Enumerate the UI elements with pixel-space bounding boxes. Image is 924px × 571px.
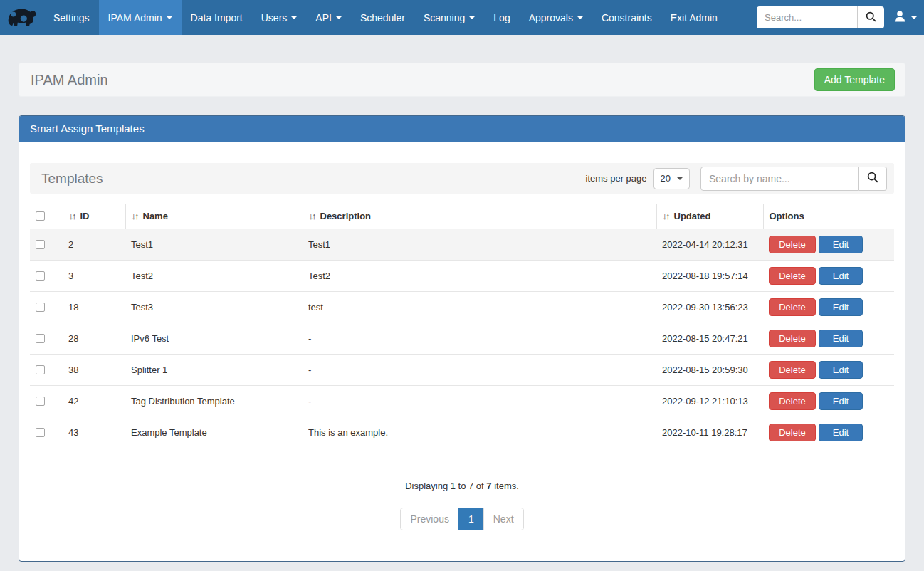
nav-item-label: Users — [261, 12, 288, 23]
nav-item-api[interactable]: API — [306, 0, 351, 35]
navbar-right — [757, 0, 924, 35]
global-search-input[interactable] — [757, 6, 858, 28]
templates-toolbar: Templates items per page 20 — [30, 163, 894, 194]
provision-logo[interactable] — [0, 0, 44, 35]
table-row: 43Example TemplateThis is an example.202… — [30, 417, 894, 449]
row-checkbox[interactable] — [36, 397, 45, 406]
results-summary: Displaying 1 to 7 of 7 items. — [30, 481, 894, 491]
previous-page-button[interactable]: Previous — [400, 508, 458, 530]
page-1-button[interactable]: 1 — [458, 508, 484, 530]
edit-button[interactable]: Edit — [819, 330, 863, 347]
delete-button[interactable]: Delete — [769, 298, 816, 316]
header-cell-description[interactable]: ↓↑Description — [303, 204, 656, 229]
row-checkbox[interactable] — [36, 240, 45, 249]
panel-header: Smart Assign Templates — [19, 116, 905, 142]
header-cell-name[interactable]: ↓↑Name — [125, 204, 303, 229]
delete-button[interactable]: Delete — [769, 392, 816, 410]
search-by-name-input[interactable] — [700, 167, 859, 191]
user-menu[interactable] — [893, 9, 917, 26]
nav-item-approvals[interactable]: Approvals — [520, 0, 592, 35]
sort-icon[interactable]: ↓↑ — [309, 211, 315, 221]
table-search-button[interactable] — [859, 167, 887, 191]
sort-icon[interactable]: ↓↑ — [69, 211, 75, 221]
cell-id: 42 — [63, 386, 125, 417]
pagination: Previous 1 Next — [30, 508, 894, 530]
nav-item-scheduler[interactable]: Scheduler — [351, 0, 414, 35]
table-header-row: ↓↑ID↓↑Name↓↑Description↓↑UpdatedOptions — [30, 204, 894, 229]
summary-text: items. — [492, 481, 519, 491]
add-template-button[interactable]: Add Template — [814, 68, 895, 91]
header-cell-id[interactable]: ↓↑ID — [63, 204, 125, 229]
delete-button[interactable]: Delete — [769, 330, 816, 347]
cell-updated: 2022-09-12 21:10:13 — [656, 386, 763, 417]
delete-button[interactable]: Delete — [769, 424, 816, 441]
table-row: 28IPv6 Test-2022-08-15 20:47:21DeleteEdi… — [30, 323, 894, 355]
nav-item-label: Scheduler — [360, 12, 405, 23]
delete-button[interactable]: Delete — [769, 236, 816, 253]
nav-item-data-import[interactable]: Data Import — [182, 0, 252, 35]
items-per-page-value: 20 — [661, 173, 671, 184]
cell-options: DeleteEdit — [763, 417, 894, 449]
nav-item-label: Approvals — [529, 12, 573, 23]
table-row: 2Test1Test12022-04-14 20:12:31DeleteEdit — [30, 229, 894, 261]
header-cell-select — [30, 204, 63, 229]
smart-assign-panel: Smart Assign Templates Templates items p… — [19, 115, 905, 562]
delete-button[interactable]: Delete — [769, 361, 816, 379]
edit-button[interactable]: Edit — [819, 392, 863, 410]
top-navbar: SettingsIPAM AdminData ImportUsersAPISch… — [0, 0, 924, 35]
edit-button[interactable]: Edit — [819, 361, 863, 379]
nav-item-ipam-admin[interactable]: IPAM Admin — [99, 0, 182, 35]
cell-options: DeleteEdit — [763, 229, 894, 261]
row-checkbox[interactable] — [36, 428, 45, 437]
edit-button[interactable]: Edit — [819, 267, 863, 285]
nav-item-constraints[interactable]: Constraints — [592, 0, 661, 35]
nav-item-label: API — [315, 12, 332, 23]
header-label-description: Description — [320, 211, 372, 221]
header-cell-updated[interactable]: ↓↑Updated — [656, 204, 763, 229]
select-all-checkbox[interactable] — [36, 211, 45, 221]
row-checkbox[interactable] — [36, 303, 45, 312]
cell-select — [30, 292, 63, 323]
row-checkbox[interactable] — [36, 334, 45, 343]
global-search-group — [757, 6, 884, 28]
next-page-button[interactable]: Next — [483, 508, 524, 530]
table-row: 42Tag Distribution Template-2022-09-12 2… — [30, 386, 894, 417]
cell-id: 18 — [63, 292, 125, 323]
cell-updated: 2022-10-11 19:28:17 — [656, 417, 763, 449]
sort-icon[interactable]: ↓↑ — [663, 211, 669, 221]
cell-name: IPv6 Test — [125, 323, 303, 355]
global-search-button[interactable] — [858, 6, 884, 28]
nav-item-exit-admin[interactable]: Exit Admin — [661, 0, 727, 35]
row-checkbox[interactable] — [36, 365, 45, 374]
sort-icon[interactable]: ↓↑ — [132, 211, 138, 221]
nav-item-label: Constraints — [602, 12, 652, 23]
cell-options: DeleteEdit — [763, 386, 894, 417]
chevron-down-icon — [291, 16, 297, 19]
edit-button[interactable]: Edit — [819, 236, 863, 253]
panel-title: Smart Assign Templates — [30, 122, 145, 135]
chevron-down-icon — [677, 177, 683, 180]
header-label-updated: Updated — [674, 211, 711, 221]
cell-name: Example Template — [125, 417, 303, 449]
cell-name: Tag Distribution Template — [125, 386, 303, 417]
user-icon — [893, 9, 907, 26]
items-per-page-select[interactable]: 20 — [653, 168, 690, 189]
chevron-down-icon — [336, 16, 342, 19]
cell-updated: 2022-04-14 20:12:31 — [656, 229, 763, 261]
items-per-page-label: items per page — [586, 173, 647, 184]
edit-button[interactable]: Edit — [819, 424, 863, 441]
edit-button[interactable]: Edit — [819, 298, 863, 316]
nav-item-users[interactable]: Users — [252, 0, 307, 35]
nav-item-settings[interactable]: Settings — [44, 0, 99, 35]
chevron-down-icon — [469, 16, 475, 19]
cell-select — [30, 261, 63, 292]
toolbar-controls: items per page 20 — [586, 167, 887, 191]
summary-text: Displaying 1 to 7 of — [405, 481, 486, 491]
delete-button[interactable]: Delete — [769, 267, 816, 285]
row-checkbox[interactable] — [36, 271, 45, 281]
table-search-group — [700, 167, 887, 191]
nav-item-log[interactable]: Log — [484, 0, 519, 35]
nav-item-scanning[interactable]: Scanning — [414, 0, 484, 35]
panel-body: Templates items per page 20 — [19, 142, 905, 530]
cell-description: test — [303, 292, 656, 323]
